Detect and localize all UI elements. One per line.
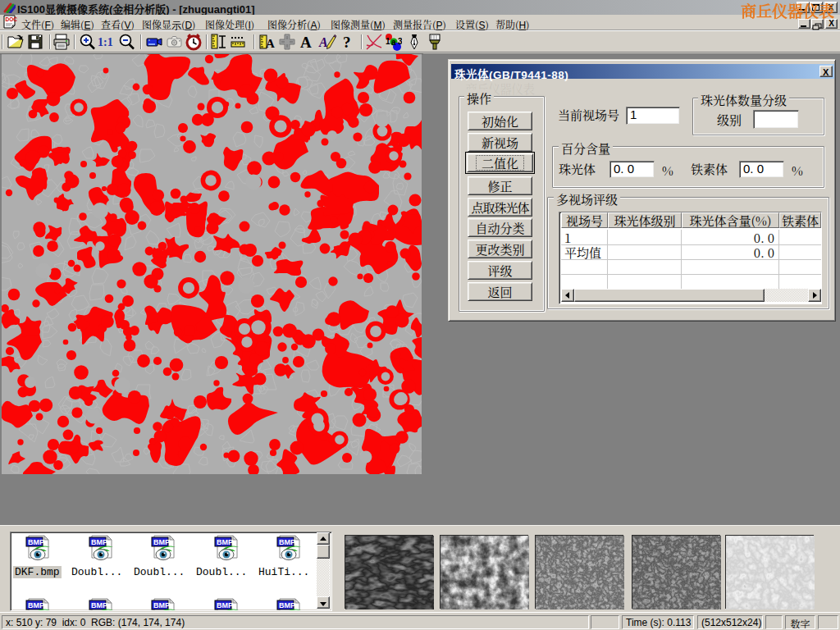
svg-text:BMP: BMP [153, 601, 170, 609]
svg-text:BMP: BMP [28, 538, 44, 546]
svg-text:1: 1 [386, 37, 390, 46]
svg-text:BMP: BMP [279, 601, 295, 609]
svg-text:BMP: BMP [91, 601, 107, 609]
svg-text:A: A [318, 35, 328, 49]
svg-text:A: A [300, 34, 312, 51]
svg-text:BMP: BMP [279, 538, 295, 546]
svg-text:3: 3 [398, 37, 402, 46]
svg-text:BMP: BMP [91, 538, 107, 546]
svg-text:BMP: BMP [153, 538, 170, 546]
svg-text:A: A [266, 37, 275, 50]
svg-text:BMP: BMP [217, 601, 233, 609]
svg-text:?: ? [343, 34, 351, 51]
svg-text:BMP: BMP [28, 601, 44, 609]
svg-text:a: a [391, 38, 396, 47]
svg-text:BMP: BMP [217, 538, 233, 546]
svg-text:DOC: DOC [6, 16, 18, 22]
svg-text:1:1: 1:1 [98, 36, 113, 48]
